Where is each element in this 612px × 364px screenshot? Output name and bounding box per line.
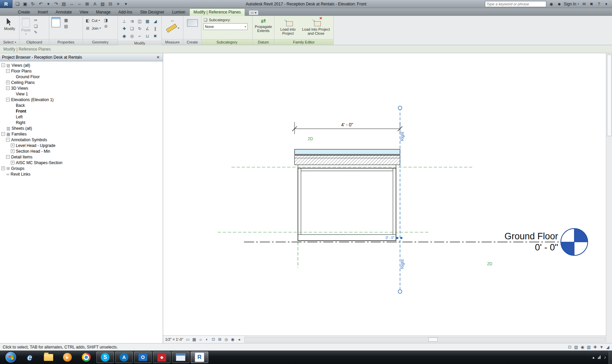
select-underlay-icon[interactable]: ▨	[574, 345, 578, 350]
cut-geometry-button[interactable]: ◧ Cut ▾	[85, 17, 101, 24]
elevation-view[interactable]: 4' - 0" 2D 2D	[163, 53, 606, 335]
ref-plane-name-top[interactable]: Right	[400, 131, 405, 141]
tree-item[interactable]: Left	[0, 114, 163, 120]
thin-lines-icon[interactable]: ≡	[115, 1, 122, 7]
binoculars-search-icon[interactable]: ◉	[548, 2, 554, 6]
sign-in-button[interactable]: ☻ Sign In ▾	[556, 2, 579, 6]
trim-icon[interactable]: ∠	[144, 25, 151, 32]
subcategory-select[interactable]: None ▾	[203, 23, 248, 30]
print-icon[interactable]: ▤	[60, 1, 67, 7]
show-crop-region-icon[interactable]: ⊞	[217, 337, 223, 342]
tree-item-label[interactable]: Right	[16, 120, 25, 125]
tree-item-label[interactable]: Floor Plans	[11, 69, 32, 73]
dimension-text[interactable]: 4' - 0"	[341, 122, 353, 127]
align-icon[interactable]: ⊥	[121, 18, 128, 25]
internet-explorer-icon[interactable]: e	[21, 351, 38, 364]
measure-icon[interactable]: ↔	[68, 1, 75, 7]
tray-chevron-icon[interactable]: ▴	[592, 355, 594, 360]
load-into-project-and-close-button[interactable]: → ✕ Load into Project and Close	[302, 17, 330, 35]
file-explorer-icon[interactable]	[40, 351, 57, 364]
tree-item-label[interactable]: Sheets (all)	[11, 126, 32, 131]
section-icon[interactable]: ⊟	[107, 1, 114, 7]
project-browser-header[interactable]: Project Browser - Reception Desk at Rent…	[0, 53, 163, 61]
vertical-scrollbar[interactable]	[606, 53, 612, 343]
autodesk-app-icon[interactable]: A	[115, 352, 133, 363]
tree-item[interactable]: −Floor Plans	[0, 68, 163, 74]
select-links-icon[interactable]: ⊡	[568, 345, 572, 350]
tree-item[interactable]: −▤Views (all)	[0, 62, 163, 68]
join-geometry-button[interactable]: ⊞ Join ▾	[85, 25, 101, 31]
temporary-hide-isolate-icon[interactable]: ◎	[223, 337, 229, 342]
tree-item-label[interactable]: Ceiling Plans	[11, 80, 35, 85]
tab-lumion[interactable]: Lumion	[169, 9, 189, 16]
tree-item[interactable]: +Ceiling Plans	[0, 80, 163, 85]
scroll-left-icon[interactable]: ◂	[236, 337, 242, 342]
show-desktop-button[interactable]	[609, 351, 612, 364]
text-icon[interactable]: A	[91, 1, 98, 7]
array-icon[interactable]: ▦	[144, 18, 151, 25]
tree-item[interactable]: View 1	[0, 91, 163, 97]
chrome-icon[interactable]	[78, 351, 95, 364]
create-similar-icon[interactable]	[187, 19, 198, 27]
communication-center-icon[interactable]: ✉	[581, 2, 587, 6]
temporary-dimension-text[interactable]: 0' - 0"	[386, 236, 395, 240]
media-player-icon[interactable]: ▶	[59, 351, 76, 364]
2d-extent-tag-top[interactable]: 2D	[308, 136, 313, 141]
tray-volume-icon[interactable]: ♪	[604, 355, 606, 360]
window-app-icon[interactable]	[172, 352, 189, 363]
tree-item[interactable]: ▥Sheets (all)	[0, 125, 163, 131]
ref-plane-grip-dot-a[interactable]	[396, 237, 398, 239]
tree-item-label[interactable]: AISC MC Shapes-Section	[16, 160, 62, 165]
2d-extent-tag-bottom[interactable]: 2D	[487, 262, 492, 266]
drawing-area[interactable]: 4' - 0" 2D 2D	[163, 53, 606, 335]
measure-small-buttons[interactable]: ↔	[170, 17, 176, 23]
tree-toggle-icon[interactable]: +	[11, 161, 14, 164]
tab-view[interactable]: View	[76, 9, 92, 16]
undo-dropdown-icon[interactable]: ▾	[45, 1, 52, 7]
tray-network-icon[interactable]	[598, 356, 601, 359]
sync-icon[interactable]: ↻	[29, 1, 36, 7]
join-geometry-icon[interactable]: ⊔	[144, 33, 151, 39]
level-ground-floor[interactable]: Ground Floor 0' - 0"	[244, 229, 588, 255]
crop-view-icon[interactable]: ⊡	[211, 337, 216, 342]
tree-item[interactable]: −▦Families	[0, 131, 163, 137]
tree-item[interactable]: +⊞Groups	[0, 165, 163, 171]
tree-toggle-icon[interactable]: +	[1, 166, 5, 170]
revit-icon[interactable]: R	[191, 352, 208, 363]
outlook-icon[interactable]: O	[134, 352, 152, 363]
ref-plane-end-grip-bottom[interactable]	[398, 290, 402, 294]
qat-customize-icon[interactable]: ▾	[122, 1, 129, 7]
tab-insert[interactable]: Insert	[34, 9, 52, 16]
aligned-dimension-icon[interactable]: ↔	[171, 18, 175, 23]
modify-button[interactable]: Modify	[4, 17, 15, 31]
select-by-face-icon[interactable]: ▧	[587, 345, 590, 350]
titlebar-dropdown-icon[interactable]: ▾	[603, 2, 609, 6]
tab-add-ins[interactable]: Add-Ins	[115, 9, 136, 16]
copy-icon[interactable]: ❏	[33, 23, 39, 29]
tree-item-label[interactable]: Detail Items	[11, 155, 32, 159]
horizontal-scrollbar-thumb[interactable]	[428, 337, 438, 342]
tree-toggle-icon[interactable]: −	[6, 155, 10, 159]
tree-item-label[interactable]: Front	[16, 109, 26, 114]
tree-item-label[interactable]: Section Head - Min	[16, 149, 50, 154]
horizontal-scrollbar[interactable]	[244, 337, 605, 342]
move-icon[interactable]: ✚	[121, 25, 128, 32]
tree-item[interactable]: −Elevations (Elevation 1)	[0, 97, 163, 102]
unpin-icon[interactable]: ◎	[128, 33, 135, 39]
redo-icon[interactable]: ↷	[53, 1, 60, 7]
tree-toggle-icon[interactable]: −	[6, 138, 10, 142]
tree-item-label[interactable]: Views (all)	[11, 63, 30, 68]
tree-item-label[interactable]: 3D Views	[11, 86, 28, 91]
paint-icon[interactable]: ◨	[103, 17, 109, 23]
tree-toggle-icon[interactable]: −	[1, 63, 5, 67]
undo-icon[interactable]: ↶	[37, 1, 44, 7]
sun-path-icon[interactable]: ☼	[198, 337, 204, 342]
tree-item[interactable]: −Annotation Symbols	[0, 137, 163, 143]
tree-toggle-icon[interactable]: +	[11, 144, 14, 147]
offset-icon[interactable]: ⇉	[128, 18, 135, 25]
family-category-icon[interactable]: ▤	[63, 23, 69, 29]
tree-item-label[interactable]: Left	[16, 115, 23, 119]
tree-item[interactable]: −Detail Items	[0, 154, 163, 160]
scale-icon[interactable]: ◢	[152, 18, 159, 25]
delete-icon[interactable]: ✖	[152, 33, 159, 39]
